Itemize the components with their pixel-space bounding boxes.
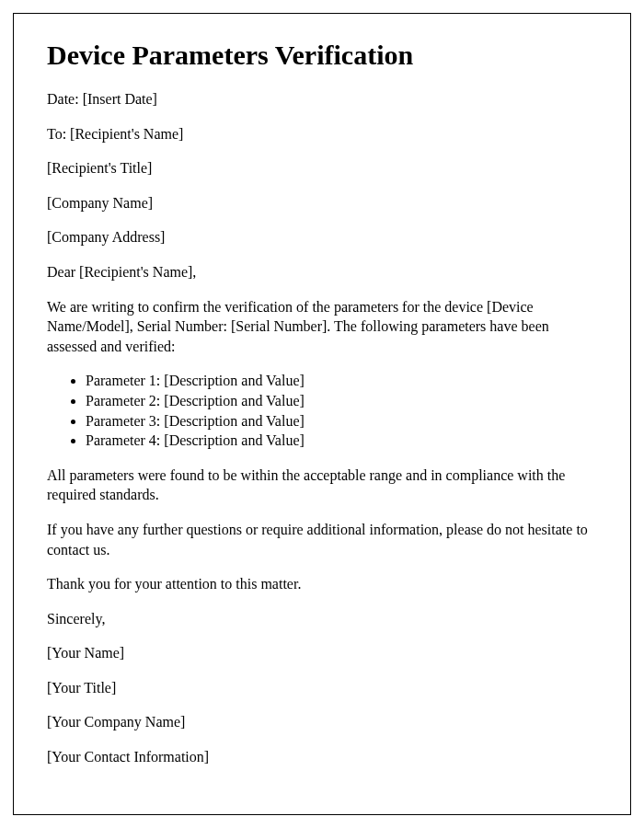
page-title: Device Parameters Verification <box>47 40 597 71</box>
closing: Sincerely, <box>47 609 597 629</box>
thank-you: Thank you for your attention to this mat… <box>47 574 597 594</box>
compliance-paragraph: All parameters were found to be within t… <box>47 466 597 505</box>
to-line: To: [Recipient's Name] <box>47 124 597 144</box>
list-item: Parameter 4: [Description and Value] <box>86 431 597 451</box>
signer-contact: [Your Contact Information] <box>47 747 597 767</box>
contact-paragraph: If you have any further questions or req… <box>47 520 597 559</box>
signer-title: [Your Title] <box>47 678 597 698</box>
list-item: Parameter 3: [Description and Value] <box>86 411 597 431</box>
letter-document: Device Parameters Verification Date: [In… <box>13 13 631 815</box>
intro-paragraph: We are writing to confirm the verificati… <box>47 297 597 357</box>
signer-company: [Your Company Name] <box>47 712 597 732</box>
date-line: Date: [Insert Date] <box>47 89 597 109</box>
list-item: Parameter 1: [Description and Value] <box>86 371 597 391</box>
parameters-list: Parameter 1: [Description and Value] Par… <box>86 371 597 450</box>
signer-name: [Your Name] <box>47 643 597 663</box>
list-item: Parameter 2: [Description and Value] <box>86 391 597 411</box>
recipient-title: [Recipient's Title] <box>47 158 597 178</box>
salutation: Dear [Recipient's Name], <box>47 262 597 282</box>
company-address: [Company Address] <box>47 227 597 247</box>
company-name: [Company Name] <box>47 193 597 213</box>
